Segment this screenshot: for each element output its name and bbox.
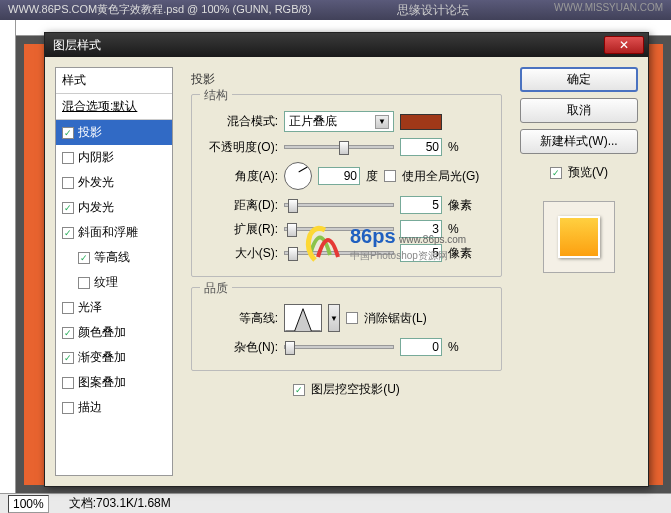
forum-name: 思缘设计论坛 (397, 2, 469, 18)
svg-marker-0 (285, 309, 320, 331)
preview-box (543, 201, 615, 273)
preview-label: 预览(V) (568, 164, 608, 181)
global-light-checkbox[interactable] (384, 170, 396, 182)
app-titlebar: WWW.86PS.COM黄色字效教程.psd @ 100% (GUNN, RGB… (0, 0, 671, 20)
size-label: 大小(S): (200, 245, 278, 262)
contour-label: 等高线: (200, 310, 278, 327)
style-item-10[interactable]: 图案叠加 (56, 370, 172, 395)
style-item-4[interactable]: ✓斜面和浮雕 (56, 220, 172, 245)
degree-unit: 度 (366, 168, 378, 185)
chevron-down-icon: ▼ (375, 115, 389, 129)
style-checkbox[interactable] (78, 277, 90, 289)
blend-mode-label: 混合模式: (200, 113, 278, 130)
spread-label: 扩展(R): (200, 221, 278, 238)
zoom-level[interactable]: 100% (8, 495, 49, 513)
style-item-7[interactable]: 光泽 (56, 295, 172, 320)
style-label: 渐变叠加 (78, 349, 126, 366)
style-checkbox[interactable] (62, 152, 74, 164)
size-input[interactable] (400, 244, 442, 262)
noise-slider[interactable] (284, 345, 394, 349)
style-label: 光泽 (78, 299, 102, 316)
doc-size: 文档:703.1K/1.68M (69, 495, 171, 512)
distance-slider[interactable] (284, 203, 394, 207)
style-label: 内发光 (78, 199, 114, 216)
style-checkbox[interactable]: ✓ (62, 202, 74, 214)
opacity-slider[interactable] (284, 145, 394, 149)
structure-group: 结构 混合模式: 正片叠底 ▼ 不透明度(O): % 角度(A): (191, 94, 502, 277)
distance-input[interactable] (400, 196, 442, 214)
style-item-5[interactable]: ✓等高线 (56, 245, 172, 270)
antialias-label: 消除锯齿(L) (364, 310, 427, 327)
distance-label: 距离(D): (200, 197, 278, 214)
style-item-11[interactable]: 描边 (56, 395, 172, 420)
angle-input[interactable] (318, 167, 360, 185)
status-bar: 100% 文档:703.1K/1.68M (0, 493, 671, 513)
style-checkbox[interactable] (62, 177, 74, 189)
style-checkbox[interactable]: ✓ (62, 227, 74, 239)
style-checkbox[interactable]: ✓ (62, 352, 74, 364)
vertical-ruler (0, 20, 16, 493)
global-light-label: 使用全局光(G) (402, 168, 479, 185)
style-label: 图案叠加 (78, 374, 126, 391)
style-item-8[interactable]: ✓颜色叠加 (56, 320, 172, 345)
size-slider[interactable] (284, 251, 394, 255)
percent-unit-3: % (448, 340, 478, 354)
new-style-button[interactable]: 新建样式(W)... (520, 129, 638, 154)
blend-mode-value: 正片叠底 (289, 113, 337, 130)
app-title: WWW.86PS.COM黄色字效教程.psd @ 100% (GUNN, RGB… (8, 2, 311, 18)
style-checkbox[interactable]: ✓ (62, 327, 74, 339)
spread-slider[interactable] (284, 227, 394, 231)
knockout-label: 图层挖空投影(U) (311, 381, 400, 398)
style-item-2[interactable]: 外发光 (56, 170, 172, 195)
spread-input[interactable] (400, 220, 442, 238)
style-checkbox[interactable]: ✓ (78, 252, 90, 264)
shadow-color-swatch[interactable] (400, 114, 442, 130)
style-label: 斜面和浮雕 (78, 224, 138, 241)
px-unit-2: 像素 (448, 245, 478, 262)
style-label: 内阴影 (78, 149, 114, 166)
style-label: 外发光 (78, 174, 114, 191)
antialias-checkbox[interactable] (346, 312, 358, 324)
style-label: 描边 (78, 399, 102, 416)
style-item-0[interactable]: ✓投影 (56, 120, 172, 145)
styles-header[interactable]: 样式 (56, 68, 172, 94)
layer-style-dialog: 图层样式 ✕ 样式 混合选项:默认 ✓投影内阴影外发光✓内发光✓斜面和浮雕✓等高… (44, 32, 649, 487)
blend-options-item[interactable]: 混合选项:默认 (56, 94, 172, 120)
style-label: 颜色叠加 (78, 324, 126, 341)
watermark-text: WWW.MISSYUAN.COM (554, 2, 663, 18)
style-checkbox[interactable] (62, 402, 74, 414)
contour-dropdown[interactable]: ▼ (328, 304, 340, 332)
opacity-label: 不透明度(O): (200, 139, 278, 156)
noise-input[interactable] (400, 338, 442, 356)
ok-button[interactable]: 确定 (520, 67, 638, 92)
dialog-titlebar[interactable]: 图层样式 ✕ (45, 33, 648, 57)
style-item-3[interactable]: ✓内发光 (56, 195, 172, 220)
dialog-title: 图层样式 (53, 37, 101, 54)
style-item-6[interactable]: 纹理 (56, 270, 172, 295)
style-item-1[interactable]: 内阴影 (56, 145, 172, 170)
close-button[interactable]: ✕ (604, 36, 644, 54)
structure-legend: 结构 (200, 87, 232, 104)
percent-unit-2: % (448, 222, 478, 236)
styles-list: 样式 混合选项:默认 ✓投影内阴影外发光✓内发光✓斜面和浮雕✓等高线纹理光泽✓颜… (55, 67, 173, 476)
preview-swatch (558, 216, 600, 258)
style-checkbox[interactable]: ✓ (62, 127, 74, 139)
opacity-input[interactable] (400, 138, 442, 156)
style-item-9[interactable]: ✓渐变叠加 (56, 345, 172, 370)
preview-checkbox[interactable]: ✓ (550, 167, 562, 179)
cancel-button[interactable]: 取消 (520, 98, 638, 123)
style-label: 投影 (78, 124, 102, 141)
quality-group: 品质 等高线: ▼ 消除锯齿(L) 杂色(N): % (191, 287, 502, 371)
dialog-buttons: 确定 取消 新建样式(W)... ✓ 预览(V) (520, 67, 638, 476)
angle-dial[interactable] (284, 162, 312, 190)
noise-label: 杂色(N): (200, 339, 278, 356)
settings-panel: 投影 结构 混合模式: 正片叠底 ▼ 不透明度(O): % (183, 67, 510, 476)
contour-picker[interactable] (284, 304, 322, 332)
blend-mode-combo[interactable]: 正片叠底 ▼ (284, 111, 394, 132)
knockout-checkbox[interactable]: ✓ (293, 384, 305, 396)
effect-title: 投影 (191, 71, 502, 88)
angle-label: 角度(A): (200, 168, 278, 185)
style-checkbox[interactable] (62, 377, 74, 389)
close-icon: ✕ (619, 38, 629, 52)
style-checkbox[interactable] (62, 302, 74, 314)
